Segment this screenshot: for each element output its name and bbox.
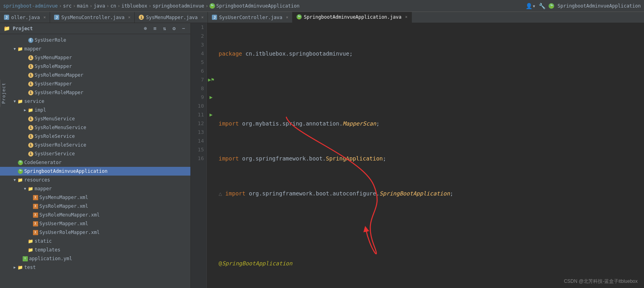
label-mapper: mapper [24,46,41,52]
gutter-12 [207,119,215,128]
label-res-mapper: mapper [35,186,52,191]
tree-item-test[interactable]: ▶ 📁 test [0,263,190,272]
label-sysrolemap: SysRoleMapper [35,64,72,69]
tab-sysmapper[interactable]: i SysMenuMapper.java × [135,12,208,23]
tree-item-sysuserrole[interactable]: C SysUserRole [0,36,190,44]
tree-item-sysroleservice[interactable]: i SysRoleService [0,132,190,141]
arrow-res-mapper: ▼ [22,186,28,191]
icon-sysuserrolemap: i [28,90,33,95]
icon-sysrolemenumap: i [28,72,33,78]
icon-sysuserservice: i [28,151,33,157]
sort-icon[interactable]: ⇅ [161,25,168,32]
icon-test-folder: 📁 [17,265,23,270]
minimize-icon[interactable]: − [180,25,187,32]
gutter-7: ▶⚑ [207,75,215,84]
tree-item-sysrolemenuservice[interactable]: i SysRoleMenuService [0,123,190,132]
tree-item-impl[interactable]: ▶ 📁 impl [0,106,190,114]
close-sysuser[interactable]: × [286,15,288,19]
tree-item-sysrolemap[interactable]: i SysRoleMapper [0,62,190,71]
sidebar-title: Project [13,26,33,31]
line-num-3: 3 [191,41,204,49]
tree-item-sysuserservice[interactable]: i SysUserService [0,149,190,158]
line-num-5: 5 [191,58,204,67]
close-sysmapper[interactable]: × [201,15,204,19]
folder-icon: 📁 [3,25,10,32]
code-line-6 [219,224,641,233]
icon-templates-folder: 📁 [28,247,33,253]
icon-resources-folder: 📁 [17,177,23,183]
icon-sysmenumap: i [28,55,33,60]
project-side-tab[interactable]: Project [0,79,7,107]
top-bar: springboot-adminvue › src › main › java … [0,0,644,12]
code-lines[interactable]: package cn.itbluebox.springbootadminvue;… [215,23,644,288]
label-templates: templates [35,247,60,253]
tree-item-static[interactable]: 📁 static [0,237,190,245]
main-layout: 📁 Project ⊕ ≡ ⇅ ⚙ − C SysUserRole ▼ 📁 ma… [0,23,644,288]
label-resources: resources [24,177,50,183]
label-sysuserrole: SysUserRole [35,37,66,43]
tree-item-sysrolemenuxml[interactable]: X SysRoleMenuMapper.xml [0,211,190,219]
icon-sysrolexml: X [33,203,38,209]
code-editor[interactable]: 1 2 3 4 5 6 7 8 9 10 11 12 13 14 15 16 [191,23,644,288]
icon-static-folder: 📁 [28,238,33,244]
tree-item-sysrolemenumap[interactable]: i SysRoleMenuMapper [0,71,190,79]
tree-item-sysmenuxml[interactable]: X SysMenuMapper.xml [0,193,190,202]
arrow-test: ▶ [12,265,17,270]
icon-impl-folder: 📁 [28,107,33,113]
label-sysroleservice: SysRoleService [35,133,75,139]
tree-item-res-mapper[interactable]: ▼ 📁 mapper [0,184,190,193]
tree-item-mapper[interactable]: ▼ 📁 mapper [0,44,190,53]
tree-item-springbootapp[interactable]: 🍃 SpringbootAdminvueApplication [0,167,190,176]
code-line-5: △ import org.springframework.boot.autoco… [219,189,641,198]
close-springbootapp[interactable]: × [405,15,407,19]
breadcrumb-item-1[interactable]: springboot-adminvue [3,3,58,9]
close-sysmenu[interactable]: × [128,15,130,19]
gear-icon[interactable]: ⚙ [171,25,178,32]
gutter-4 [207,49,215,58]
line-num-1: 1 [191,23,204,32]
tree-item-codegenerator[interactable]: 🍃 CodeGenerator [0,158,190,167]
locate-icon[interactable]: ⊕ [142,25,149,32]
code-line-2 [219,84,641,93]
top-bar-right: 👤▾ 🔧 🍃 SpringbootAdminvueApplication [526,3,641,9]
tree-item-applicationyml[interactable]: Y application.yml [0,254,190,263]
icon-sysmenuxml: X [33,195,38,200]
tab-icon-sysmapper: i [139,15,144,20]
icon-sysmenuservice: i [28,116,33,122]
tree-item-sysmenuservice[interactable]: i SysMenuService [0,114,190,123]
tree-item-sysuserroleservice[interactable]: i SysUserRoleService [0,141,190,149]
collapse-all-icon[interactable]: ≡ [151,25,159,32]
tab-sysuser[interactable]: J SysUserController.java × [208,12,293,23]
icon-sysrolemenuservice: i [28,125,33,130]
arrow-sysuserrole [22,37,28,43]
label-sysusermap: SysUserMapper [35,81,72,87]
label-sysrolemenumap: SysRoleMenuMapper [35,72,83,78]
tree-item-service[interactable]: ▼ 📁 service [0,97,190,106]
tree-item-sysuserxml[interactable]: X SysUserMapper.xml [0,219,190,228]
icon-sysrolemap: i [28,64,33,69]
app-name-label: SpringbootAdminvueApplication [557,3,641,9]
label-sysmenuservice: SysMenuService [35,116,75,122]
tab-icon-springbootapp: 🍃 [297,14,302,19]
line-num-16: 16 [191,154,204,163]
icon-springbootapp: 🍃 [17,168,23,174]
tree-item-sysuserrolemap[interactable]: i SysUserRoleMapper [0,88,190,97]
settings-icon[interactable]: 🔧 [539,3,545,9]
icon-sysroleservice: i [28,133,33,139]
tree-item-sysmenumap[interactable]: i SysMenuMapper [0,53,190,62]
tree-item-sysusermap[interactable]: i SysUserMapper [0,79,190,88]
label-impl: impl [35,107,46,113]
tree-item-sysuserrolexml[interactable]: X SysUserRoleMapper.xml [0,228,190,237]
tree-item-resources[interactable]: ▼ 📁 resources [0,176,190,184]
icon-sysuserrolexml: X [33,230,38,235]
close-roller[interactable]: × [43,15,46,19]
breadcrumb-item-6: itbluebox [121,3,147,9]
user-icon[interactable]: 👤▾ [526,3,535,9]
tree-item-templates[interactable]: 📁 templates [0,245,190,254]
label-sysrolemenuxml: SysRoleMenuMapper.xml [39,212,100,218]
tab-springbootapp[interactable]: 🍃 SpringbootAdminvueApplication.java × [293,12,412,23]
tab-label-springbootapp: SpringbootAdminvueApplication.java [304,14,402,20]
tab-sysmenu[interactable]: J SysMenuController.java × [50,12,135,23]
tree-item-sysrolexml[interactable]: X SysRoleMapper.xml [0,202,190,211]
tab-roller[interactable]: J oller.java × [0,12,50,23]
